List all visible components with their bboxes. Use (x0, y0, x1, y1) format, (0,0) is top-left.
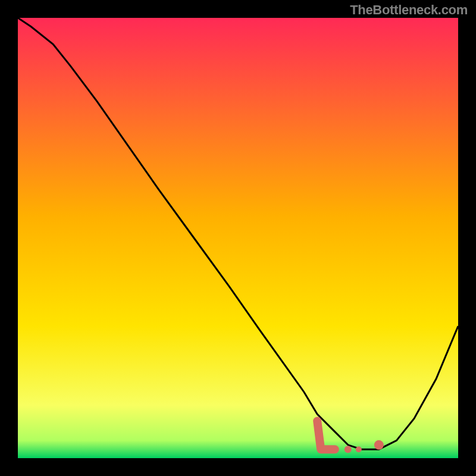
plot-area (18, 18, 458, 458)
marker-dot-small (356, 446, 362, 452)
marker-dot (374, 440, 384, 450)
plot-svg (18, 18, 458, 458)
chart-frame: TheBottleneck.com (0, 0, 476, 476)
watermark-text: TheBottleneck.com (350, 2, 468, 18)
marker-dot-small (345, 446, 352, 453)
